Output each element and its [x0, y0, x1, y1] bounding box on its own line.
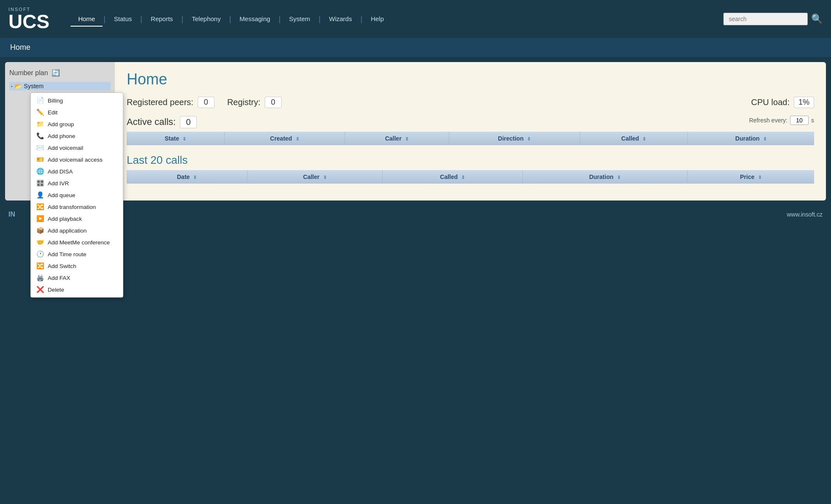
sort-direction[interactable]: ⇕: [527, 136, 531, 141]
content-area: Home Registered peers: 0 Registry: 0 CPU…: [115, 62, 826, 201]
col-caller2[interactable]: Caller ⇕: [247, 170, 383, 184]
footer: IN www.insoft.cz: [0, 206, 831, 223]
col-direction[interactable]: Direction ⇕: [449, 132, 580, 145]
search-input[interactable]: [723, 13, 808, 25]
sort-caller[interactable]: ⇕: [405, 136, 409, 141]
nav-sep-7: |: [359, 15, 363, 24]
sort-called2[interactable]: ⇕: [461, 175, 465, 180]
refresh-row: Refresh every: s: [749, 116, 814, 125]
nav-sep-5: |: [278, 15, 282, 24]
tree-system[interactable]: ▪ 📂 System: [9, 82, 111, 90]
ctx-add-voicemail[interactable]: ✉️ Add voicemail: [31, 142, 123, 154]
search-button[interactable]: 🔍: [811, 14, 823, 24]
voicemail-icon: ✉️: [36, 144, 44, 152]
ctx-add-voicemail-access[interactable]: 🎫 Add voicemail access: [31, 154, 123, 165]
ctx-add-application-label: Add application: [48, 228, 87, 234]
time-route-icon: 🕐: [36, 250, 44, 258]
search-area: 🔍: [723, 13, 823, 25]
registry-value: 0: [265, 97, 282, 108]
tree-toggle[interactable]: ▪: [11, 84, 13, 89]
billing-icon: 📄: [36, 97, 44, 104]
queue-icon: 👤: [36, 191, 44, 199]
sort-price[interactable]: ⇕: [758, 175, 762, 180]
ctx-delete-label: Delete: [48, 287, 64, 293]
footer-brand: IN: [8, 211, 15, 218]
ctx-add-transformation-label: Add transformation: [48, 204, 96, 210]
cpu-load-label: CPU load:: [751, 98, 790, 107]
ctx-add-disa[interactable]: 🌐 Add DISA: [31, 165, 123, 177]
col-duration2[interactable]: Duration ⇕: [522, 170, 687, 184]
ivr-icon: 🎛️: [36, 179, 44, 187]
active-calls-label: Active calls:: [127, 117, 176, 127]
ctx-add-transformation[interactable]: 🔀 Add transformation: [31, 201, 123, 213]
col-state[interactable]: State ⇕: [127, 132, 225, 145]
cpu-load-stat: CPU load: 1%: [751, 97, 814, 108]
nav-sep-3: |: [181, 15, 185, 24]
nav-item-home[interactable]: Home: [71, 12, 103, 27]
ctx-add-time-route[interactable]: 🕐 Add Time route: [31, 248, 123, 260]
nav-item-status[interactable]: Status: [106, 12, 140, 27]
ctx-add-group[interactable]: 📁 Add group: [31, 118, 123, 130]
ctx-add-switch[interactable]: 🔀 Add Switch: [31, 260, 123, 272]
ctx-add-meetme[interactable]: 🤝 Add MeetMe conference: [31, 236, 123, 248]
ctx-add-voicemail-label: Add voicemail: [48, 145, 83, 151]
voicemail-access-icon: 🎫: [36, 156, 44, 163]
ctx-billing[interactable]: 📄 Billing: [31, 95, 123, 106]
sidebar: Number plan 🔄 ▪ 📂 System 📄 Billing ✏️ Ed…: [5, 62, 115, 201]
ctx-add-playback[interactable]: ▶️ Add playback: [31, 213, 123, 225]
switch-icon: 🔀: [36, 262, 44, 270]
delete-icon: ❌: [36, 286, 44, 293]
application-icon: 📦: [36, 227, 44, 234]
sort-duration2[interactable]: ⇕: [617, 175, 621, 180]
refresh-icon[interactable]: 🔄: [52, 69, 60, 77]
ctx-add-disa-label: Add DISA: [48, 168, 73, 175]
ctx-add-fax[interactable]: 🖨️ Add FAX: [31, 272, 123, 284]
ctx-add-ivr[interactable]: 🎛️ Add IVR: [31, 177, 123, 189]
ctx-delete[interactable]: ❌ Delete: [31, 284, 123, 295]
active-calls-stat: Active calls: 0: [127, 116, 197, 128]
sort-duration[interactable]: ⇕: [763, 136, 767, 141]
ctx-add-fax-label: Add FAX: [48, 275, 70, 281]
col-price[interactable]: Price ⇕: [687, 170, 814, 184]
nav-item-telephony[interactable]: Telephony: [184, 12, 228, 27]
col-called[interactable]: Called ⇕: [580, 132, 688, 145]
col-created[interactable]: Created ⇕: [225, 132, 345, 145]
footer-website: www.insoft.cz: [787, 211, 823, 218]
ctx-add-queue-label: Add queue: [48, 192, 75, 198]
registry-stat: Registry: 0: [227, 97, 282, 108]
ctx-add-phone[interactable]: 📞 Add phone: [31, 130, 123, 142]
main-nav: Home | Status | Reports | Telephony | Me…: [71, 12, 823, 27]
ctx-add-meetme-label: Add MeetMe conference: [48, 239, 110, 246]
col-called2[interactable]: Called ⇕: [383, 170, 523, 184]
col-caller[interactable]: Caller ⇕: [345, 132, 449, 145]
ctx-billing-label: Billing: [48, 98, 63, 104]
stats-row: Registered peers: 0 Registry: 0 CPU load…: [127, 97, 814, 108]
ctx-add-switch-label: Add Switch: [48, 263, 76, 269]
breadcrumb: Home: [0, 38, 831, 57]
nav-item-help[interactable]: Help: [363, 12, 391, 27]
disa-icon: 🌐: [36, 168, 44, 175]
col-date[interactable]: Date ⇕: [127, 170, 247, 184]
ctx-add-voicemail-access-label: Add voicemail access: [48, 157, 103, 163]
sort-created[interactable]: ⇕: [296, 136, 299, 141]
registered-peers-value: 0: [198, 97, 215, 108]
sort-date[interactable]: ⇕: [193, 175, 197, 180]
ctx-add-application[interactable]: 📦 Add application: [31, 225, 123, 236]
sort-caller2[interactable]: ⇕: [323, 175, 327, 180]
sort-state[interactable]: ⇕: [182, 136, 186, 141]
col-duration[interactable]: Duration ⇕: [688, 132, 814, 145]
nav-item-wizards[interactable]: Wizards: [321, 12, 359, 27]
nav-items: Home | Status | Reports | Telephony | Me…: [71, 12, 391, 27]
sort-called[interactable]: ⇕: [642, 136, 646, 141]
active-calls-table: State ⇕ Created ⇕ Caller ⇕ Direction ⇕: [127, 132, 814, 145]
nav-item-messaging[interactable]: Messaging: [232, 12, 278, 27]
refresh-input[interactable]: [790, 116, 809, 125]
nav-item-reports[interactable]: Reports: [143, 12, 181, 27]
playback-icon: ▶️: [36, 215, 44, 222]
ctx-add-queue[interactable]: 👤 Add queue: [31, 189, 123, 201]
ctx-edit-label: Edit: [48, 109, 57, 116]
sidebar-title: Number plan 🔄: [9, 69, 111, 77]
nav-item-system[interactable]: System: [282, 12, 318, 27]
refresh-label: Refresh every:: [749, 117, 788, 124]
ctx-edit[interactable]: ✏️ Edit: [31, 106, 123, 118]
